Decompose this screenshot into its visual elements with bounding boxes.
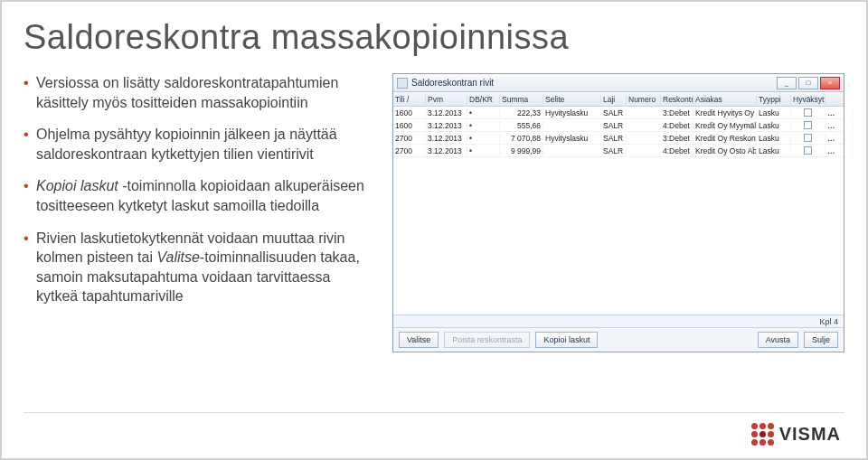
asiakas-name: Oy Reskontra A [718,134,757,143]
emphasis: Kopioi laskut [36,178,118,193]
close-button[interactable]: × [820,77,840,89]
window-footer: Valitse Poista reskontrasta Kopioi lasku… [393,327,844,352]
col-tyyppi[interactable]: Tyyppi [757,95,791,104]
cell-actions[interactable]: … [826,108,853,117]
cell-selite: Hyvityslasku [543,134,601,143]
col-summa[interactable]: Summa [500,95,543,104]
ellipsis-icon[interactable]: … [827,134,835,143]
window-title: Saldoreskontran rivit [411,78,777,88]
cell-asiakas: Kredit Oy Osto Ab [693,146,757,155]
cell-dbkr[interactable]: • [467,146,500,155]
checkbox-icon[interactable] [804,121,812,129]
valitse-button[interactable]: Valitse [399,332,439,348]
cell-hyvaksytty[interactable] [791,134,826,142]
col-dbkr[interactable]: DB/KR [467,95,500,104]
checkbox-icon[interactable] [804,108,812,117]
col-asiakas[interactable]: Asiakas [693,95,757,104]
minimize-button[interactable]: _ [777,77,797,89]
checkbox-icon[interactable] [804,134,812,142]
cell-tyyppi: Lasku [757,134,791,143]
footer-right-buttons: Avusta Sulje [758,332,838,348]
col-laji[interactable]: Laji [601,95,627,104]
cell-summa: 222,33 [500,108,543,117]
bullet-text: Versiossa on lisätty saldoreskontratapah… [36,75,338,110]
table-row[interactable]: 2700 3.12.2013 • 9 999,99 SALR 4:Debet K… [393,145,844,157]
cell-tili: 2700 [393,134,426,143]
cell-hyvaksytty[interactable] [791,121,826,129]
cell-actions[interactable]: … [826,134,853,143]
cell-reskontra: 3:Debet [661,108,693,117]
app-window: Saldoreskontran rivit _ □ × Tili / Pvm D… [392,73,844,352]
status-strip: Kpl 4 [393,314,844,327]
titlebar[interactable]: Saldoreskontran rivit _ □ × [393,74,844,92]
asiakas-name: Oy Osto Ab [718,146,757,155]
window-icon [397,78,408,89]
brand-logo: VISMA [751,423,841,446]
cell-pvm: 3.12.2013 [426,146,467,155]
col-selite[interactable]: Selite [543,95,601,104]
table-row[interactable]: 2700 3.12.2013 • 7 070,88 Hyvityslasku S… [393,132,844,145]
maximize-button[interactable]: □ [798,77,818,89]
cell-tyyppi: Lasku [757,121,791,130]
asiakas-name: Oy Myymälä Ab [718,121,757,130]
cell-actions[interactable]: … [826,121,853,130]
more-icon[interactable]: • [469,108,471,117]
cell-summa: 555,66 [500,121,543,130]
table-row[interactable]: 1600 3.12.2013 • 222,33 Hyvityslasku SAL… [393,107,844,119]
cell-dbkr[interactable]: • [467,134,500,143]
col-pvm[interactable]: Pvm [426,95,467,104]
kopioi-laskut-button[interactable]: Kopioi laskut [535,332,598,348]
asiakas-name: Hyvitys Oy [718,108,755,117]
row-count: Kpl 4 [819,317,838,326]
bullet-item: Kopioi laskut -toiminnolla kopioidaan al… [24,176,374,215]
data-grid: Tili / Pvm DB/KR Summa Selite Laji Numer… [393,92,844,314]
cell-laji: SALR [601,146,627,155]
slide: Saldoreskontra massakopioinnissa Versios… [0,0,868,460]
cell-asiakas: Kredit Hyvitys Oy [693,108,757,117]
asiakas-kind: Kredit [695,134,715,143]
cell-asiakas: Kredit Oy Myymälä Ab [693,121,757,130]
ellipsis-icon[interactable]: … [827,108,835,117]
cell-hyvaksytty[interactable] [791,146,826,155]
cell-laji: SALR [601,121,627,130]
bullet-text: Ohjelma pysähtyy kopioinnin jälkeen ja n… [36,127,337,162]
cell-pvm: 3.12.2013 [426,108,467,117]
more-icon[interactable]: • [469,134,471,143]
cell-laji: SALR [601,134,627,143]
ellipsis-icon[interactable]: … [827,146,835,155]
cell-actions[interactable]: … [826,146,853,155]
logo-dots-icon [751,423,774,446]
col-hyvaksytty[interactable]: Hyväksytty [791,95,826,104]
poista-reskontrasta-button[interactable]: Poista reskontrasta [444,332,530,348]
more-icon[interactable]: • [469,146,471,155]
more-icon[interactable]: • [469,121,471,130]
asiakas-kind: Kredit [695,121,715,130]
cell-hyvaksytty[interactable] [791,108,826,117]
checkbox-icon[interactable] [804,146,812,155]
col-reskontra[interactable]: Reskontra [661,95,693,104]
col-tili[interactable]: Tili / [393,95,426,104]
grid-body: 1600 3.12.2013 • 222,33 Hyvityslasku SAL… [393,107,844,314]
avusta-button[interactable]: Avusta [758,332,798,348]
asiakas-kind: Kredit [695,108,715,117]
emphasis: Valitse [156,249,199,265]
bullet-item: Versiossa on lisätty saldoreskontratapah… [24,73,374,112]
cell-dbkr[interactable]: • [467,108,500,117]
bullet-list: Versiossa on lisätty saldoreskontratapah… [24,73,374,352]
cell-tyyppi: Lasku [757,146,791,155]
cell-tili: 1600 [393,121,426,130]
cell-dbkr[interactable]: • [467,121,500,130]
cell-tili: 2700 [393,146,426,155]
asiakas-kind: Kredit [695,146,715,155]
cell-tili: 1600 [393,108,426,117]
ellipsis-icon[interactable]: … [827,121,835,130]
bullet-item: Ohjelma pysähtyy kopioinnin jälkeen ja n… [24,125,374,164]
grid-header: Tili / Pvm DB/KR Summa Selite Laji Numer… [393,92,844,107]
sulje-button[interactable]: Sulje [804,332,838,348]
cell-selite: Hyvityslasku [543,108,601,117]
cell-pvm: 3.12.2013 [426,121,467,130]
table-row[interactable]: 1600 3.12.2013 • 555,66 SALR 4:Debet Kre… [393,119,844,132]
col-numero[interactable]: Numero [627,95,661,104]
cell-reskontra: 3:Debet [661,134,693,143]
divider [24,412,844,413]
